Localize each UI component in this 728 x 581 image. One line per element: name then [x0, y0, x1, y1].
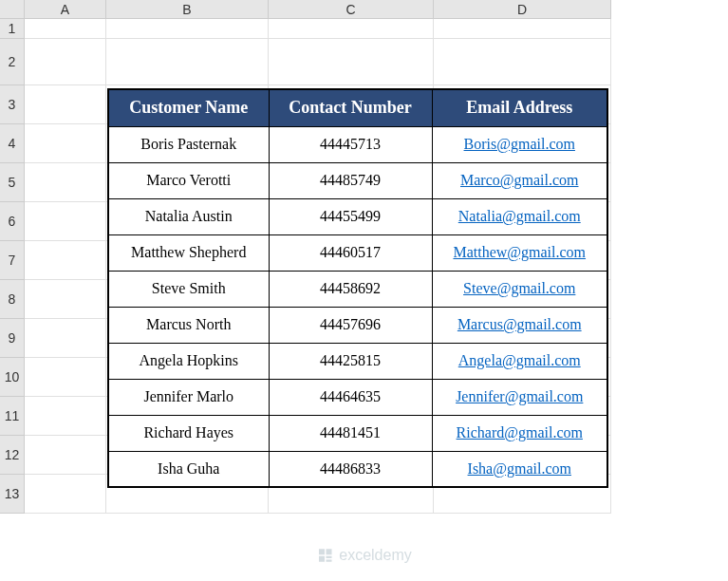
email-link[interactable]: Matthew@gmail.com: [453, 244, 586, 260]
cell-contact-number[interactable]: 44464635: [269, 379, 432, 415]
header-email-address[interactable]: Email Address: [432, 89, 607, 126]
cell-customer-name[interactable]: Jennifer Marlo: [108, 379, 269, 415]
row-header-10[interactable]: 10: [0, 358, 25, 397]
table-row: Richard Hayes44481451Richard@gmail.com: [108, 415, 607, 451]
table-row: Marco Verotti44485749Marco@gmail.com: [108, 162, 607, 198]
email-link[interactable]: Marco@gmail.com: [460, 172, 578, 188]
cell-email-address[interactable]: Marcus@gmail.com: [432, 307, 607, 343]
cell-contact-number[interactable]: 44485749: [269, 162, 432, 198]
email-link[interactable]: Natalia@gmail.com: [458, 208, 581, 224]
row-header-9[interactable]: 9: [0, 319, 25, 358]
exceldemy-logo-icon: [316, 547, 333, 564]
row-header-11[interactable]: 11: [0, 397, 25, 436]
row-headers: 1 2 3 4 5 6 7 8 9 10 11 12 13: [0, 19, 25, 514]
column-headers: A B C D: [25, 0, 611, 19]
header-customer-name[interactable]: Customer Name: [108, 89, 269, 126]
row-header-4[interactable]: 4: [0, 124, 25, 163]
table-header-row: Customer Name Contact Number Email Addre…: [108, 89, 607, 126]
cell-email-address[interactable]: Marco@gmail.com: [432, 162, 607, 198]
cell-contact-number[interactable]: 44457696: [269, 307, 432, 343]
email-link[interactable]: Boris@gmail.com: [464, 136, 575, 152]
row-header-5[interactable]: 5: [0, 163, 25, 202]
email-link[interactable]: Isha@gmail.com: [468, 460, 571, 477]
cell-email-address[interactable]: Jennifer@gmail.com: [432, 379, 607, 415]
email-link[interactable]: Jennifer@gmail.com: [456, 388, 583, 404]
cell-contact-number[interactable]: 44481451: [269, 415, 432, 451]
cell-contact-number[interactable]: 44455499: [269, 198, 432, 234]
table-row: Isha Guha44486833Isha@gmail.com: [108, 451, 607, 487]
table-row: Angela Hopkins44425815Angela@gmail.com: [108, 343, 607, 379]
cell-email-address[interactable]: Boris@gmail.com: [432, 126, 607, 162]
row-header-3[interactable]: 3: [0, 85, 25, 124]
email-link[interactable]: Angela@gmail.com: [458, 352, 581, 368]
table-row: Natalia Austin44455499Natalia@gmail.com: [108, 198, 607, 234]
cell-email-address[interactable]: Matthew@gmail.com: [432, 234, 607, 271]
cell-contact-number[interactable]: 44425815: [269, 343, 432, 379]
cell-email-address[interactable]: Angela@gmail.com: [432, 343, 607, 379]
cell-customer-name[interactable]: Angela Hopkins: [108, 343, 269, 379]
customer-table: Customer Name Contact Number Email Addre…: [107, 88, 608, 488]
watermark-text: exceldemy: [339, 547, 411, 564]
row-header-8[interactable]: 8: [0, 280, 25, 319]
cell-email-address[interactable]: Richard@gmail.com: [432, 415, 607, 451]
row-header-12[interactable]: 12: [0, 436, 25, 475]
cell-customer-name[interactable]: Marcus North: [108, 307, 269, 343]
cell-customer-name[interactable]: Steve Smith: [108, 271, 269, 307]
table-row: Marcus North44457696Marcus@gmail.com: [108, 307, 607, 343]
cell-customer-name[interactable]: Matthew Shepherd: [108, 234, 269, 271]
watermark: exceldemy: [316, 547, 411, 564]
email-link[interactable]: Richard@gmail.com: [457, 424, 583, 440]
email-link[interactable]: Steve@gmail.com: [463, 280, 575, 296]
row-header-13[interactable]: 13: [0, 475, 25, 514]
cell-email-address[interactable]: Isha@gmail.com: [432, 451, 607, 487]
row-header-2[interactable]: 2: [0, 39, 25, 85]
cell-customer-name[interactable]: Isha Guha: [108, 451, 269, 487]
cell-contact-number[interactable]: 44458692: [269, 271, 432, 307]
cell-email-address[interactable]: Steve@gmail.com: [432, 271, 607, 307]
select-all-corner[interactable]: [0, 0, 25, 19]
cell-customer-name[interactable]: Richard Hayes: [108, 415, 269, 451]
email-link[interactable]: Marcus@gmail.com: [457, 316, 582, 332]
cell-customer-name[interactable]: Natalia Austin: [108, 198, 269, 234]
table-row: Steve Smith44458692Steve@gmail.com: [108, 271, 607, 307]
cell-email-address[interactable]: Natalia@gmail.com: [432, 198, 607, 234]
col-header-d[interactable]: D: [434, 0, 611, 19]
cell-customer-name[interactable]: Marco Verotti: [108, 162, 269, 198]
col-header-c[interactable]: C: [269, 0, 434, 19]
row-header-7[interactable]: 7: [0, 241, 25, 280]
table-row: Boris Pasternak44445713Boris@gmail.com: [108, 126, 607, 162]
cell-contact-number[interactable]: 44445713: [269, 126, 432, 162]
table-row: Jennifer Marlo44464635Jennifer@gmail.com: [108, 379, 607, 415]
table-row: Matthew Shepherd44460517Matthew@gmail.co…: [108, 234, 607, 271]
cell-customer-name[interactable]: Boris Pasternak: [108, 126, 269, 162]
row-header-6[interactable]: 6: [0, 202, 25, 241]
col-header-a[interactable]: A: [25, 0, 106, 19]
header-contact-number[interactable]: Contact Number: [269, 89, 432, 126]
cell-contact-number[interactable]: 44486833: [269, 451, 432, 487]
col-header-b[interactable]: B: [106, 0, 269, 19]
row-header-1[interactable]: 1: [0, 19, 25, 39]
cell-contact-number[interactable]: 44460517: [269, 234, 432, 271]
